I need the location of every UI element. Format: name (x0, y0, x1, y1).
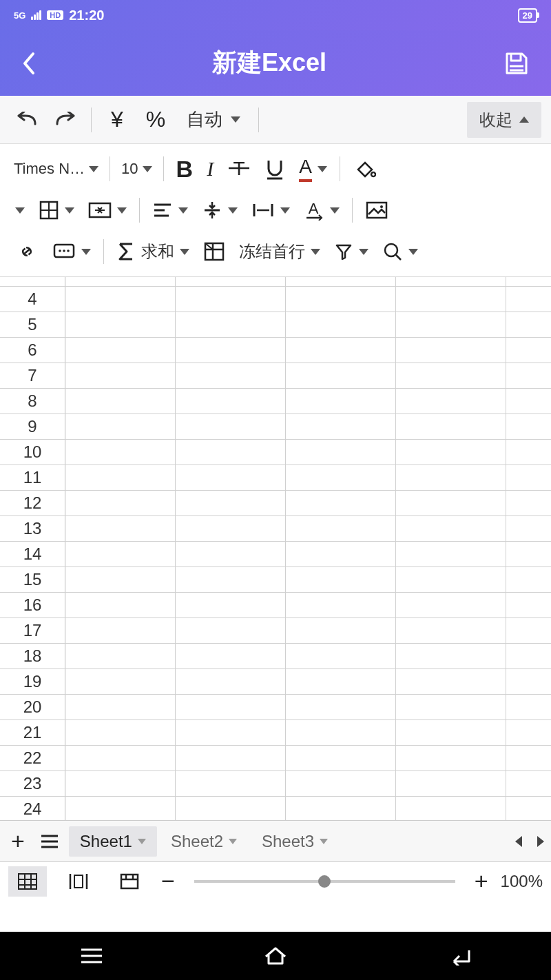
cell[interactable] (176, 440, 286, 465)
sheet-tab[interactable]: Sheet3 (251, 826, 339, 857)
cell[interactable] (286, 440, 396, 465)
row-header[interactable]: 17 (0, 618, 65, 643)
link-button[interactable] (10, 234, 44, 269)
back-button[interactable] (21, 51, 36, 76)
cell[interactable] (506, 414, 551, 439)
cell[interactable] (176, 414, 286, 439)
cell[interactable] (396, 465, 506, 490)
android-back-button[interactable] (425, 946, 494, 966)
cell[interactable] (286, 618, 396, 643)
freeze-pane-button[interactable] (198, 234, 231, 269)
image-button[interactable] (360, 192, 394, 228)
cell[interactable] (506, 593, 551, 617)
cell[interactable] (176, 287, 286, 312)
cell[interactable] (286, 771, 396, 796)
cell[interactable] (506, 644, 551, 668)
cell[interactable] (396, 277, 506, 286)
page-layout-view-button[interactable] (110, 866, 149, 897)
sheet-tab[interactable]: Sheet1 (69, 826, 157, 857)
cell[interactable] (396, 287, 506, 312)
cell[interactable] (176, 338, 286, 363)
cell[interactable] (506, 277, 551, 286)
normal-view-button[interactable] (8, 866, 47, 897)
cell[interactable] (65, 797, 176, 820)
cell[interactable] (396, 338, 506, 363)
cell[interactable] (506, 720, 551, 745)
cell[interactable] (506, 465, 551, 490)
cell[interactable] (286, 287, 396, 312)
cell[interactable] (396, 618, 506, 643)
cell[interactable] (286, 567, 396, 592)
cell[interactable] (286, 277, 396, 286)
row-header[interactable]: 7 (0, 363, 65, 388)
cell[interactable] (65, 312, 176, 337)
search-button[interactable] (377, 234, 424, 269)
cell[interactable] (65, 389, 176, 414)
cell[interactable] (396, 516, 506, 541)
cell[interactable] (396, 746, 506, 770)
scroll-tabs-left[interactable] (514, 835, 523, 848)
cell[interactable] (65, 644, 176, 668)
cell[interactable] (65, 338, 176, 363)
cell[interactable] (65, 542, 176, 566)
borders-button[interactable] (33, 192, 80, 228)
cell[interactable] (506, 695, 551, 719)
row-header[interactable]: 22 (0, 746, 65, 770)
cell[interactable] (396, 440, 506, 465)
row-header[interactable]: 10 (0, 440, 65, 465)
font-family-select[interactable]: Times N… (10, 160, 103, 178)
cell[interactable] (286, 669, 396, 694)
cell[interactable] (286, 491, 396, 515)
cell[interactable] (176, 618, 286, 643)
align-button[interactable] (147, 192, 194, 228)
wrap-button[interactable] (246, 192, 295, 228)
font-color-button[interactable]: A (293, 151, 333, 187)
cell[interactable] (396, 363, 506, 388)
zoom-in-button[interactable]: + (475, 868, 488, 895)
sheet-list-button[interactable] (34, 824, 65, 859)
cell[interactable] (396, 771, 506, 796)
cell[interactable] (506, 542, 551, 566)
cell[interactable] (65, 277, 176, 286)
sum-button[interactable]: 求和 (111, 234, 195, 269)
cell[interactable] (396, 542, 506, 566)
cell[interactable] (396, 389, 506, 414)
undo-button[interactable] (10, 103, 44, 137)
redo-button[interactable] (48, 103, 83, 137)
cell[interactable] (65, 746, 176, 770)
row-header[interactable]: 21 (0, 720, 65, 745)
scroll-tabs-right[interactable] (536, 835, 545, 848)
valign-button[interactable] (196, 192, 243, 228)
cell[interactable] (506, 389, 551, 414)
home-button[interactable] (241, 946, 310, 966)
collapse-button[interactable]: 收起 (467, 102, 541, 138)
cell[interactable] (506, 338, 551, 363)
fill-color-button[interactable] (347, 151, 382, 187)
underline-button[interactable] (259, 151, 291, 187)
cell[interactable] (65, 363, 176, 388)
cell[interactable] (286, 338, 396, 363)
cell[interactable] (286, 516, 396, 541)
cell[interactable] (176, 695, 286, 719)
cell[interactable] (176, 312, 286, 337)
cell[interactable] (176, 491, 286, 515)
cell[interactable] (506, 567, 551, 592)
cell[interactable] (176, 746, 286, 770)
cell[interactable] (65, 440, 176, 465)
percent-button[interactable]: % (138, 103, 173, 137)
cell[interactable] (65, 567, 176, 592)
cell[interactable] (65, 618, 176, 643)
cell[interactable] (286, 797, 396, 820)
italic-button[interactable]: I (201, 151, 219, 187)
row-header[interactable]: 15 (0, 567, 65, 592)
cell[interactable] (65, 465, 176, 490)
row-header[interactable]: 23 (0, 771, 65, 796)
strikethrough-button[interactable]: T (222, 151, 256, 187)
cell[interactable] (396, 414, 506, 439)
row-header[interactable]: 5 (0, 312, 65, 337)
cell[interactable] (65, 593, 176, 617)
bold-button[interactable]: B (171, 151, 199, 187)
cell[interactable] (506, 746, 551, 770)
cell[interactable] (286, 542, 396, 566)
cell[interactable] (506, 516, 551, 541)
